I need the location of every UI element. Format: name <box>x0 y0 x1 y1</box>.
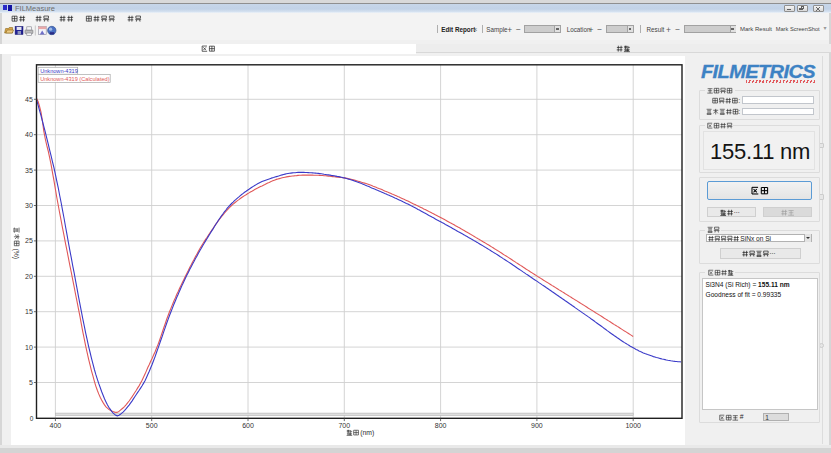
svg-text:700: 700 <box>338 422 350 429</box>
svg-text:5: 5 <box>29 379 33 386</box>
svg-text:15: 15 <box>25 308 33 315</box>
svg-text:0: 0 <box>30 415 34 422</box>
svg-text:30: 30 <box>25 202 33 209</box>
svg-text:400: 400 <box>50 422 62 429</box>
svg-text:Unknown-4319 (Calculated): Unknown-4319 (Calculated) <box>40 76 109 82</box>
svg-text:Unknown-4319: Unknown-4319 <box>40 68 78 74</box>
svg-text:45: 45 <box>25 96 33 103</box>
svg-text:(%): (%) <box>12 249 20 260</box>
svg-text:500: 500 <box>146 422 158 429</box>
svg-text:35: 35 <box>25 167 33 174</box>
svg-text:1000: 1000 <box>625 422 641 429</box>
svg-text:25: 25 <box>25 237 33 244</box>
svg-text:20: 20 <box>25 273 33 280</box>
svg-text:900: 900 <box>531 422 543 429</box>
svg-text:10: 10 <box>25 344 33 351</box>
svg-text:40: 40 <box>25 131 33 138</box>
svg-text:600: 600 <box>242 422 254 429</box>
svg-text:800: 800 <box>435 422 447 429</box>
svg-text:(nm): (nm) <box>360 429 374 437</box>
